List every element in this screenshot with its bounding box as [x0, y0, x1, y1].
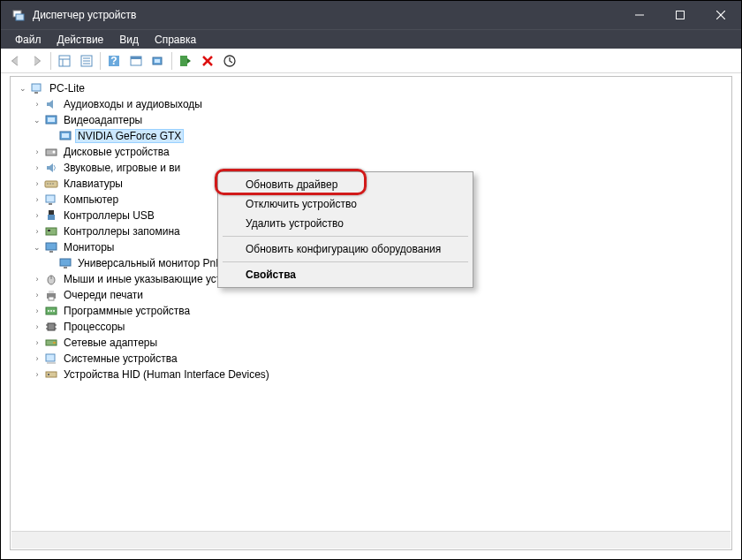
context-item-scan-hardware[interactable]: Обновить конфигурацию оборудования	[221, 239, 470, 259]
svg-point-53	[53, 310, 55, 312]
toolbar-separator	[171, 52, 172, 70]
network-icon	[44, 336, 58, 350]
tree-root[interactable]: ⌄ PC-Lite	[14, 80, 731, 96]
svg-rect-43	[60, 259, 71, 266]
expander-icon[interactable]: ⌄	[32, 115, 42, 125]
scan-hardware-button[interactable]	[148, 50, 169, 72]
expander-icon[interactable]: ⌄	[32, 242, 42, 253]
expander-icon[interactable]: ›	[32, 337, 42, 348]
context-menu: Обновить драйвер Отключить устройство Уд…	[217, 171, 473, 288]
tree-node-video[interactable]: ⌄ Видеоадаптеры	[14, 112, 731, 128]
software-device-icon	[44, 304, 58, 318]
expander-icon[interactable]: ›	[32, 147, 42, 157]
svg-rect-41	[46, 243, 57, 250]
context-item-uninstall-device[interactable]: Удалить устройство	[221, 214, 470, 233]
svg-rect-19	[180, 56, 187, 66]
cpu-icon	[44, 320, 58, 334]
properties-button[interactable]	[76, 50, 97, 72]
menu-help[interactable]: Справка	[148, 32, 203, 48]
window-controls	[619, 1, 741, 29]
svg-point-33	[49, 183, 50, 184]
svg-point-51	[48, 310, 49, 312]
tree-label: Контроллеры USB	[61, 208, 157, 223]
tree-label: Сетевые адаптеры	[61, 336, 160, 350]
forward-button[interactable]	[26, 50, 48, 72]
menu-file[interactable]: Файл	[8, 32, 49, 48]
tree-label: Очереди печати	[61, 288, 146, 302]
menu-view[interactable]: Вид	[112, 32, 146, 48]
svg-rect-39	[46, 228, 57, 235]
close-button[interactable]	[700, 1, 741, 29]
tree-label: Звуковые, игровые и ви	[61, 161, 183, 175]
expander-icon[interactable]: ›	[32, 306, 42, 316]
context-item-disable-device[interactable]: Отключить устройство	[221, 194, 470, 214]
show-hide-tree-button[interactable]	[54, 50, 75, 72]
svg-rect-63	[46, 372, 57, 377]
expander-icon[interactable]: ›	[32, 178, 42, 189]
svg-rect-37	[49, 210, 54, 215]
back-button[interactable]	[4, 50, 26, 72]
tree-node-software[interactable]: › Программные устройства	[14, 303, 731, 319]
tree-node-gpu[interactable]: NVIDIA GeForce GTX	[14, 128, 731, 144]
usb-icon	[44, 208, 58, 223]
svg-rect-62	[47, 362, 56, 364]
action-button[interactable]	[125, 50, 147, 72]
expander-icon[interactable]: ›	[32, 274, 42, 284]
expander-icon[interactable]: ›	[32, 163, 42, 173]
audio-icon	[44, 97, 58, 111]
tree-node-cpu[interactable]: › Процессоры	[14, 319, 731, 335]
expander-icon[interactable]: ›	[32, 210, 42, 221]
computer-icon	[30, 81, 44, 95]
context-item-properties[interactable]: Свойства	[221, 265, 470, 284]
tree-label-selected: NVIDIA GeForce GTX	[75, 129, 184, 143]
svg-rect-49	[49, 297, 54, 300]
tree-node-audio[interactable]: › Аудиовходы и аудиовыходы	[14, 96, 731, 112]
minimize-button[interactable]	[619, 1, 660, 29]
context-separator	[223, 236, 468, 237]
expander-icon[interactable]: ›	[32, 322, 42, 332]
svg-rect-24	[34, 92, 38, 94]
tree-label: Контроллеры запомина	[61, 224, 183, 238]
svg-rect-28	[62, 133, 69, 138]
computer-icon	[44, 193, 58, 207]
hid-icon	[44, 367, 58, 382]
expander-icon[interactable]: ›	[32, 353, 42, 364]
expander-icon[interactable]: ›	[32, 99, 42, 110]
svg-rect-38	[48, 215, 55, 220]
update-driver-button[interactable]	[219, 50, 240, 72]
uninstall-device-button[interactable]	[197, 50, 218, 72]
tree-label: Процессоры	[61, 320, 128, 334]
expander-icon[interactable]: ›	[32, 290, 42, 300]
enable-device-button[interactable]	[175, 50, 196, 72]
svg-rect-31	[45, 181, 57, 187]
svg-point-30	[53, 151, 56, 154]
help-button[interactable]: ?	[103, 50, 125, 72]
device-tree-panel: ⌄ PC-Lite › Аудиовходы и аудиовыходы ⌄ В…	[10, 76, 732, 550]
svg-rect-44	[64, 267, 67, 269]
expander-icon[interactable]: ›	[32, 226, 42, 237]
display-adapter-icon	[58, 129, 72, 143]
tree-label: Дисковые устройства	[61, 145, 172, 159]
context-item-update-driver[interactable]: Обновить драйвер	[221, 175, 470, 194]
expander-icon[interactable]: ⌄	[18, 83, 28, 94]
storage-controller-icon	[44, 224, 58, 238]
svg-text:?: ?	[110, 55, 117, 67]
toolbar-separator	[50, 52, 51, 70]
status-bar	[11, 531, 731, 549]
tree-node-hid[interactable]: › Устройства HID (Human Interface Device…	[14, 367, 731, 382]
tree-node-network[interactable]: › Сетевые адаптеры	[14, 335, 731, 351]
svg-rect-40	[48, 230, 50, 231]
tree-node-disk[interactable]: › Дисковые устройства	[14, 144, 731, 160]
tree-node-print[interactable]: › Очереди печати	[14, 287, 731, 303]
svg-rect-61	[46, 354, 55, 361]
svg-rect-48	[49, 291, 54, 293]
svg-rect-42	[49, 251, 53, 253]
svg-rect-18	[155, 59, 160, 63]
tree-label: Мониторы	[61, 240, 117, 254]
expander-icon[interactable]: ›	[32, 194, 42, 205]
tree-node-system[interactable]: › Системные устройства	[14, 351, 731, 367]
expander-icon[interactable]: ›	[32, 369, 42, 380]
tree-label: PC-Lite	[47, 81, 87, 95]
menu-action[interactable]: Действие	[50, 32, 111, 48]
maximize-button[interactable]	[660, 1, 700, 29]
